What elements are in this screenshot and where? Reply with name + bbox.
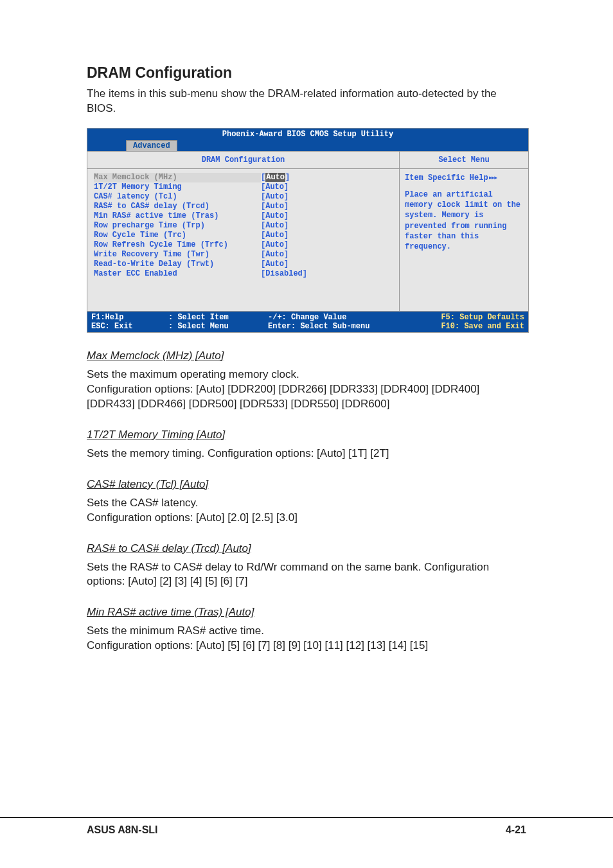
section-title: DRAM Configuration: [87, 64, 526, 82]
bios-setting-value: [Auto]: [261, 182, 289, 192]
bios-setting-row[interactable]: Min RAS# active time (Tras)[Auto]: [94, 211, 393, 221]
bios-window: Phoenix-Award BIOS CMOS Setup Utility Ad…: [87, 128, 529, 333]
bios-setting-value: [Auto]: [261, 211, 289, 221]
bios-setting-label: Min RAS# active time (Tras): [94, 211, 261, 221]
bios-setting-value: [Auto]: [261, 202, 289, 211]
bios-setting-label: Read-to-Write Delay (Trwt): [94, 260, 261, 269]
bios-setting-label: RAS# to CAS# delay (Trcd): [94, 202, 261, 211]
footer-model: ASUS A8N-SLI: [87, 824, 158, 836]
bios-setting-row[interactable]: CAS# latency (Tcl)[Auto]: [94, 192, 393, 202]
bios-setting-value: [Disabled]: [261, 269, 307, 279]
option-body: Sets the CAS# latency. Configuration opt…: [87, 496, 526, 526]
bios-setting-label: Row Refresh Cycle Time (Trfc): [94, 240, 261, 250]
footer-key-select-submenu: Enter: Select Sub-menu: [268, 322, 416, 331]
bios-setting-label: Master ECC Enabled: [94, 269, 261, 279]
option-heading: Min RAS# active time (Tras) [Auto]: [87, 606, 526, 619]
bios-setting-value: [Auto]: [261, 192, 289, 202]
option-heading: 1T/2T Memory Timing [Auto]: [87, 429, 526, 441]
bios-setting-label: Write Recovery Time (Twr): [94, 250, 261, 260]
bios-setting-row[interactable]: Master ECC Enabled[Disabled]: [94, 269, 393, 279]
bios-setting-row[interactable]: Row Refresh Cycle Time (Trfc)[Auto]: [94, 240, 393, 250]
bios-help-title: Item Specific Help: [405, 173, 488, 182]
footer-key-setup-defaults: F5: Setup Defaults: [416, 313, 524, 322]
bios-tab-advanced[interactable]: Advanced: [126, 140, 177, 151]
bios-setting-value: [Auto]: [261, 250, 289, 260]
page-footer: ASUS A8N-SLI 4-21: [0, 817, 613, 836]
bios-footer: F1:Help : Select Item -/+: Change Value …: [87, 311, 528, 332]
bios-setting-row[interactable]: Write Recovery Time (Twr)[Auto]: [94, 250, 393, 260]
bios-setting-label: Row Cycle Time (Trc): [94, 231, 261, 240]
footer-key-save-exit: F10: Save and Exit: [416, 322, 524, 331]
bios-setting-row[interactable]: Read-to-Write Delay (Trwt)[Auto]: [94, 260, 393, 269]
footer-key-exit: ESC: Exit: [91, 322, 168, 331]
section-intro: The items in this sub-menu show the DRAM…: [87, 87, 526, 116]
footer-page-number: 4-21: [506, 824, 526, 836]
bios-setting-label: Max Memclock (MHz): [94, 173, 261, 182]
bios-help-panel: Item Specific Help▸▸▸ Place an artificia…: [400, 169, 528, 256]
footer-key-select-menu: : Select Menu: [168, 322, 268, 331]
option-body: Sets the memory timing. Configuration op…: [87, 447, 526, 461]
bios-setting-value: [Auto]: [261, 240, 289, 250]
option-heading: CAS# latency (Tcl) [Auto]: [87, 478, 526, 491]
footer-key-help: F1:Help: [91, 313, 168, 322]
bios-setting-value: [Auto]: [261, 260, 289, 269]
chevron-right-icon: ▸▸▸: [488, 173, 497, 182]
bios-setting-label: CAS# latency (Tcl): [94, 192, 261, 202]
footer-key-change-value: -/+: Change Value: [268, 313, 416, 322]
bios-left-header: DRAM Configuration: [87, 152, 399, 169]
options-list: Max Memclock (MHz) [Auto]Sets the maximu…: [87, 350, 526, 653]
bios-tab-row: Advanced: [87, 140, 528, 151]
bios-setting-row[interactable]: RAS# to CAS# delay (Trcd)[Auto]: [94, 202, 393, 211]
option-heading: Max Memclock (MHz) [Auto]: [87, 350, 526, 362]
bios-setting-row[interactable]: Row precharge Time (Trp)[Auto]: [94, 221, 393, 231]
bios-right-header: Select Menu: [400, 152, 528, 169]
bios-title-bar: Phoenix-Award BIOS CMOS Setup Utility: [87, 128, 528, 140]
bios-setting-value: [Auto]: [261, 221, 289, 231]
option-heading: RAS# to CAS# delay (Trcd) [Auto]: [87, 542, 526, 555]
bios-setting-row[interactable]: Max Memclock (MHz)[Auto]: [94, 173, 393, 182]
option-body: Sets the RAS# to CAS# delay to Rd/Wr com…: [87, 560, 526, 590]
option-body: Sets the maximum operating memory clock.…: [87, 368, 526, 412]
footer-key-select-item: : Select Item: [168, 313, 268, 322]
bios-setting-row[interactable]: 1T/2T Memory Timing[Auto]: [94, 182, 393, 192]
bios-setting-label: Row precharge Time (Trp): [94, 221, 261, 231]
option-body: Sets the minimum RAS# active time. Confi…: [87, 624, 526, 653]
bios-setting-row[interactable]: Row Cycle Time (Trc)[Auto]: [94, 231, 393, 240]
bios-setting-value: [Auto]: [261, 173, 290, 182]
bios-setting-value: [Auto]: [261, 231, 289, 240]
bios-settings-panel: Max Memclock (MHz)[Auto]1T/2T Memory Tim…: [87, 169, 399, 311]
bios-help-body: Place an artificial memory clock limit o…: [405, 190, 523, 252]
bios-setting-label: 1T/2T Memory Timing: [94, 182, 261, 192]
